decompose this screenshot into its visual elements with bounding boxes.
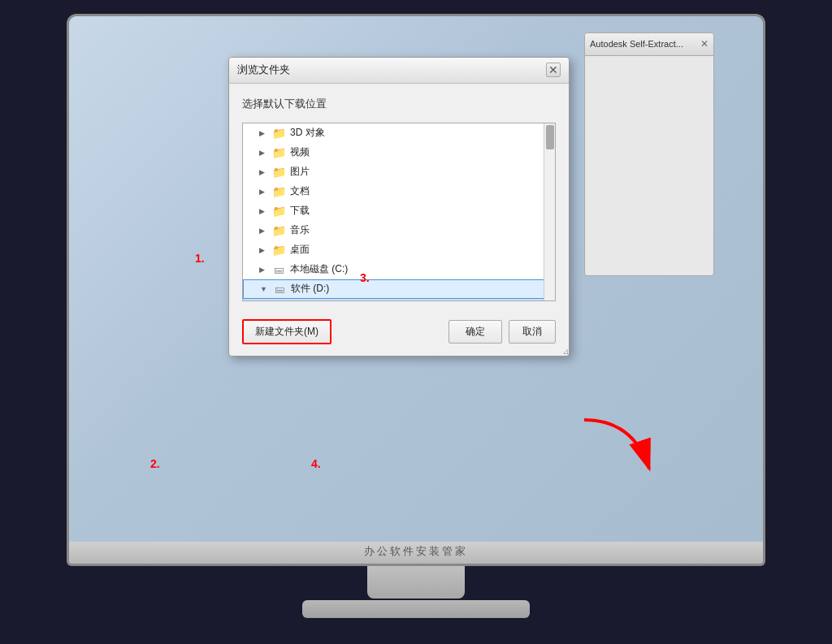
label-docs: 文档	[290, 184, 310, 198]
tree-item-drive-c[interactable]: ▶ 🖴 本地磁盘 (C:)	[243, 260, 555, 279]
step-1-label: 1.	[195, 252, 205, 265]
chevron-docs: ▶	[259, 188, 271, 196]
tree-item-docs[interactable]: ▶ 📁 文档	[243, 182, 555, 201]
monitor-bottom-text: 办公软件安装管家	[364, 544, 468, 559]
dialog-titlebar: 浏览文件夹 ✕	[229, 58, 569, 84]
monitor-bezel: 办公软件安装管家	[67, 542, 765, 566]
label-video: 视频	[290, 145, 310, 159]
tree-item-desktop[interactable]: ▶ 📁 桌面	[243, 240, 555, 260]
chevron-drive-d: ▼	[260, 285, 271, 293]
resize-handle[interactable]: ⊿	[557, 344, 569, 356]
label-downloads: 下载	[290, 204, 310, 218]
monitor-screen: Autodesk Self-Extract... ✕ @微信公众号： 办公软件安…	[67, 14, 765, 542]
file-tree[interactable]: ▶ 📁 3D 对象 ▶ 📁 视频 ▶ 📁 图片	[242, 123, 556, 301]
label-pictures: 图片	[290, 165, 310, 179]
chevron-downloads: ▶	[259, 207, 271, 215]
tree-item-pictures[interactable]: ▶ 📁 图片	[243, 162, 555, 182]
bg-window-close[interactable]: ✕	[700, 38, 708, 50]
label-desktop: 桌面	[290, 243, 310, 257]
folder-icon-music: 📁	[271, 224, 287, 237]
step-2-label: 2.	[150, 457, 160, 470]
chevron-video: ▶	[259, 149, 271, 157]
chevron-pictures: ▶	[259, 168, 271, 176]
chevron-drive-c: ▶	[259, 266, 271, 274]
cancel-button[interactable]: 取消	[509, 320, 556, 344]
dialog-title: 浏览文件夹	[237, 63, 546, 77]
new-folder-button[interactable]: 新建文件夹(M)	[242, 319, 332, 344]
red-arrow	[560, 412, 674, 493]
folder-icon-docs: 📁	[271, 185, 287, 198]
bg-window-titlebar: Autodesk Self-Extract... ✕	[585, 33, 713, 56]
scroll-thumb[interactable]	[546, 125, 554, 149]
tree-item-video[interactable]: ▶ 📁 视频	[243, 143, 555, 162]
monitor-stand-top	[367, 566, 465, 599]
dialog-subtitle: 选择默认下载位置	[242, 97, 556, 111]
tree-item-cad2022[interactable]: 📂 CAD 2022	[243, 299, 555, 301]
monitor: Autodesk Self-Extract... ✕ @微信公众号： 办公软件安…	[50, 14, 782, 631]
drive-icon-d: 🖴	[271, 283, 288, 296]
monitor-stand-base	[302, 600, 530, 618]
step-4-label: 4.	[311, 457, 321, 470]
drive-icon-c: 🖴	[271, 263, 287, 276]
chevron-music: ▶	[259, 227, 271, 235]
chevron-3d: ▶	[259, 129, 271, 137]
folder-icon-desktop: 📁	[271, 244, 287, 257]
dialog-body: 选择默认下载位置 ▶ 📁 3D 对象 ▶ 📁 视频 ▶	[229, 84, 569, 311]
dialog-footer: 新建文件夹(M) 确定 取消	[229, 311, 569, 356]
tree-item-drive-d[interactable]: ▼ 🖴 软件 (D:)	[243, 279, 555, 299]
dialog-close-button[interactable]: ✕	[546, 63, 561, 77]
folder-icon-downloads: 📁	[271, 205, 287, 218]
folder-icon-3d: 📁	[271, 127, 287, 140]
browse-folder-dialog: 浏览文件夹 ✕ 选择默认下载位置 ▶ 📁 3D 对象 ▶ 📁 视频	[228, 57, 570, 357]
label-music: 音乐	[290, 223, 310, 237]
ok-button[interactable]: 确定	[448, 320, 502, 344]
folder-icon-pictures: 📁	[271, 166, 287, 179]
tree-item-downloads[interactable]: ▶ 📁 下载	[243, 201, 555, 221]
background-window: Autodesk Self-Extract... ✕	[584, 32, 714, 276]
tree-item-3d[interactable]: ▶ 📁 3D 对象	[243, 123, 555, 143]
tree-item-music[interactable]: ▶ 📁 音乐	[243, 221, 555, 240]
folder-icon-video: 📁	[271, 146, 287, 159]
label-drive-c: 本地磁盘 (C:)	[290, 262, 348, 276]
label-drive-d: 软件 (D:)	[291, 282, 329, 296]
label-3d: 3D 对象	[290, 126, 325, 140]
bg-window-title: Autodesk Self-Extract...	[590, 39, 683, 49]
chevron-desktop: ▶	[259, 246, 271, 254]
scrollbar[interactable]	[544, 123, 555, 300]
